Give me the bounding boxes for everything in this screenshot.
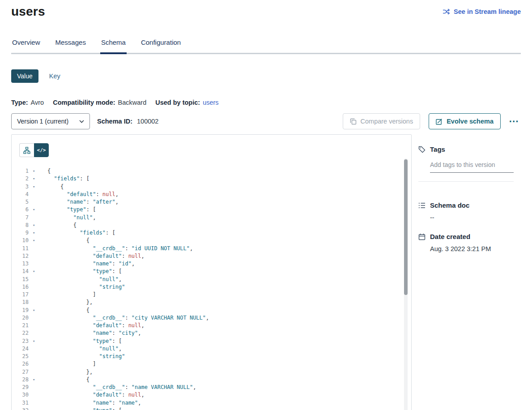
code-content: "type": [ xyxy=(47,337,122,345)
fold-spacer xyxy=(29,198,38,206)
line-number: 13 xyxy=(12,260,29,268)
code-line: 22 "name": "city", xyxy=(12,329,411,337)
code-content: ] xyxy=(47,360,96,368)
compare-versions-label: Compare versions xyxy=(361,118,413,125)
value-toggle-button[interactable]: Value xyxy=(11,69,38,83)
fold-toggle-icon[interactable]: ▾ xyxy=(29,175,38,183)
code-content: "fields": [ xyxy=(47,229,115,237)
line-number: 21 xyxy=(12,322,29,329)
line-number: 17 xyxy=(12,291,29,299)
fold-toggle-icon[interactable]: ▾ xyxy=(29,268,38,275)
calendar-icon xyxy=(418,233,426,240)
type-value: Avro xyxy=(31,99,44,106)
compare-versions-button[interactable]: Compare versions xyxy=(343,113,421,129)
topic-link[interactable]: users xyxy=(203,99,218,106)
code-line: 3▾ { xyxy=(12,183,411,191)
line-number: 10 xyxy=(12,237,29,244)
schema-controls: Version 1 (current) Schema ID: 100002 Co… xyxy=(11,113,521,129)
tab-messages[interactable]: Messages xyxy=(55,38,87,53)
tab-schema[interactable]: Schema xyxy=(100,38,127,53)
fold-toggle-icon[interactable]: ▾ xyxy=(29,222,38,229)
fold-toggle-icon[interactable]: ▾ xyxy=(29,307,38,314)
code-line: 17 ] xyxy=(12,291,411,299)
code-line: 27 }, xyxy=(12,368,411,376)
code-content: "type": [ xyxy=(47,268,122,275)
more-options-button[interactable]: ⋯ xyxy=(507,117,521,126)
fold-toggle-icon[interactable]: ▾ xyxy=(29,337,38,345)
tags-input[interactable] xyxy=(430,158,514,173)
key-toggle-button[interactable]: Key xyxy=(49,73,60,80)
fold-toggle-icon[interactable]: ▾ xyxy=(29,407,38,410)
fold-spacer xyxy=(29,329,38,337)
line-number: 23 xyxy=(12,337,29,345)
code-line: 4 "default": null, xyxy=(12,191,411,198)
value-key-toggle: Value Key xyxy=(11,69,521,83)
code-content: "name": "after", xyxy=(47,198,119,206)
code-content: "default": null, xyxy=(47,252,145,260)
line-number: 29 xyxy=(12,384,29,391)
fold-spacer xyxy=(29,191,38,198)
fold-toggle-icon[interactable]: ▾ xyxy=(29,206,38,214)
code-view-icon: </> xyxy=(37,147,46,153)
tags-section-header: Tags xyxy=(418,145,521,153)
version-select[interactable]: Version 1 (current) xyxy=(11,113,90,129)
line-number: 18 xyxy=(12,299,29,306)
code-line: 11 "__crdb__": "id UUID NOT NULL", xyxy=(12,245,411,252)
code-line: 14▾ "type": [ xyxy=(12,268,411,275)
code-content: { xyxy=(47,167,51,175)
line-number: 14 xyxy=(12,268,29,275)
code-view-button[interactable]: </> xyxy=(34,143,49,157)
line-number: 7 xyxy=(12,214,29,222)
stream-lineage-link[interactable]: See in Stream lineage xyxy=(443,8,521,15)
fold-spacer xyxy=(29,252,38,260)
date-created-title: Date created xyxy=(430,233,470,240)
code-line: 8▾ { xyxy=(12,222,411,229)
line-number: 30 xyxy=(12,391,29,399)
tags-title: Tags xyxy=(430,145,445,153)
code-content: "type": [ xyxy=(47,407,122,410)
stream-lineage-label: See in Stream lineage xyxy=(454,8,521,15)
fold-spacer xyxy=(29,299,38,306)
evolve-schema-button[interactable]: Evolve schema xyxy=(429,113,501,129)
fold-toggle-icon[interactable]: ▾ xyxy=(29,229,38,237)
tab-configuration[interactable]: Configuration xyxy=(140,38,182,53)
code-line: 5 "name": "after", xyxy=(12,198,411,206)
fold-toggle-icon[interactable]: ▾ xyxy=(29,167,38,175)
line-number: 12 xyxy=(12,252,29,260)
code-content: "__crdb__": "id UUID NOT NULL", xyxy=(47,245,193,252)
line-number: 6 xyxy=(12,206,29,214)
line-number: 32 xyxy=(12,407,29,410)
fold-spacer xyxy=(29,314,38,322)
code-content: "null", xyxy=(47,345,122,353)
line-number: 26 xyxy=(12,360,29,368)
tab-overview[interactable]: Overview xyxy=(11,38,41,53)
line-number: 4 xyxy=(12,191,29,198)
schema-id: Schema ID: 100002 xyxy=(97,118,158,125)
code-content: "__crdb__": "city VARCHAR NOT NULL", xyxy=(47,314,209,322)
tree-view-button[interactable] xyxy=(19,143,34,157)
code-line: 6▾ "type": [ xyxy=(12,206,411,214)
code-line: 10▾ { xyxy=(12,237,411,244)
line-number: 2 xyxy=(12,175,29,183)
schema-id-value: 100002 xyxy=(137,118,158,125)
code-line: 31 "name": "name", xyxy=(12,399,411,407)
tab-bar: Overview Messages Schema Configuration xyxy=(11,38,521,54)
editor-scrollbar[interactable] xyxy=(404,158,408,410)
code-line: 23▾ "type": [ xyxy=(12,337,411,345)
stream-lineage-icon xyxy=(443,8,450,15)
fold-spacer xyxy=(29,384,38,391)
code-line: 32▾ "type": [ xyxy=(12,407,411,410)
code-line: 12 "default": null, xyxy=(12,252,411,260)
scrollbar-thumb[interactable] xyxy=(404,159,408,295)
page-header: users See in Stream lineage xyxy=(11,0,521,19)
fold-toggle-icon[interactable]: ▾ xyxy=(29,237,38,244)
code-line: 18 }, xyxy=(12,299,411,306)
code-line: 2▾ "fields": [ xyxy=(12,175,411,183)
fold-toggle-icon[interactable]: ▾ xyxy=(29,183,38,191)
line-number: 16 xyxy=(12,283,29,291)
code-content: }, xyxy=(47,368,93,376)
code-content: "name": "id", xyxy=(47,260,135,268)
line-number: 9 xyxy=(12,229,29,237)
code-content: "default": null, xyxy=(47,391,145,399)
fold-toggle-icon[interactable]: ▾ xyxy=(29,376,38,384)
